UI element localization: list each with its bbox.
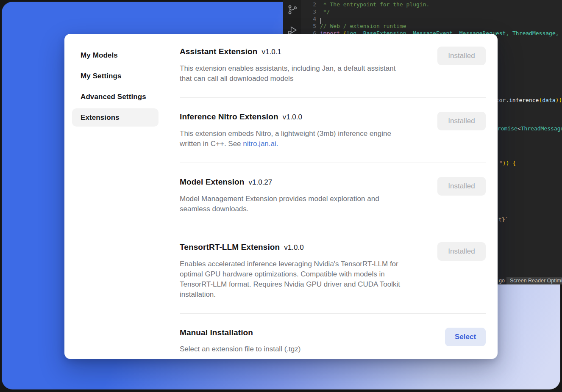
extension-title: Inference Nitro Extension xyxy=(180,112,278,122)
manual-installation-title: Manual Installation xyxy=(180,328,253,338)
code-comment-line: */ xyxy=(320,8,330,15)
extension-description: This extension embeds Nitro, a lightweig… xyxy=(180,129,391,149)
source-control-icon[interactable] xyxy=(287,3,298,16)
extension-row-model: Model Extension v1.0.27 Model Management… xyxy=(180,163,486,228)
extension-version: v1.0.0 xyxy=(284,243,303,253)
extension-title: TensortRT-LLM Extension xyxy=(180,242,280,252)
extension-version: v1.0.1 xyxy=(262,47,281,57)
code-fragment-condition: ")) { xyxy=(499,160,516,167)
code-fragment-inference: rator.inference(data)); xyxy=(489,97,562,104)
line-number: 2 xyxy=(305,1,316,8)
extension-description: Model Management Extension provides mode… xyxy=(180,194,379,214)
installed-button[interactable]: Installed xyxy=(437,177,486,196)
extension-title: Model Extension xyxy=(180,177,244,187)
extension-title: Assistant Extension xyxy=(180,47,258,57)
settings-sidebar: My Models My Settings Advanced Settings … xyxy=(64,34,165,359)
code-comment-line: // Web / extension runtime xyxy=(320,22,406,30)
sidebar-item-my-settings[interactable]: My Settings xyxy=(72,67,159,85)
code-fragment-promise: Promise<ThreadMessage> xyxy=(494,125,562,132)
screen-reader-status-item[interactable]: Screen Reader Optimized xyxy=(506,277,562,284)
installed-button[interactable]: Installed xyxy=(437,112,486,130)
sidebar-item-my-models[interactable]: My Models xyxy=(72,46,159,64)
settings-modal: My Models My Settings Advanced Settings … xyxy=(64,34,498,359)
extension-version: v1.0.27 xyxy=(248,177,272,188)
extension-row-inference-nitro: Inference Nitro Extension v1.0.0 This ex… xyxy=(180,97,486,163)
line-number: 4 xyxy=(305,15,316,22)
sidebar-item-advanced-settings[interactable]: Advanced Settings xyxy=(72,88,159,106)
installed-button[interactable]: Installed xyxy=(437,242,486,261)
extensions-list: Assistant Extension v1.0.1 This extensio… xyxy=(165,34,498,359)
code-fragment-template: t}` xyxy=(498,216,508,223)
status-bar-text: go xyxy=(499,277,505,284)
line-number: 5 xyxy=(305,22,316,30)
extension-description: Enables accelerated inference leveraging… xyxy=(180,259,400,300)
extension-row-tensorrt-llm: TensortRT-LLM Extension v1.0.0 Enables a… xyxy=(180,228,486,313)
select-file-button[interactable]: Select xyxy=(445,328,486,346)
installed-button[interactable]: Installed xyxy=(437,47,486,65)
extension-version: v1.0.0 xyxy=(283,112,302,122)
manual-installation-description: Select an extension file to install (.tg… xyxy=(180,344,300,354)
screen: 2 3 4 5 6 * The entrypoint for the plugi… xyxy=(0,0,562,392)
line-number: 3 xyxy=(305,8,316,15)
code-comment-line: * The entrypoint for the plugin. xyxy=(320,1,429,8)
extension-description: This extension enables assistants, inclu… xyxy=(180,63,395,84)
manual-installation-row: Manual Installation Select an extension … xyxy=(180,313,486,359)
sidebar-item-extensions[interactable]: Extensions xyxy=(72,108,159,127)
extension-row-assistant: Assistant Extension v1.0.1 This extensio… xyxy=(180,47,486,97)
nitro-jan-ai-link[interactable]: nitro.jan.ai. xyxy=(243,140,278,148)
